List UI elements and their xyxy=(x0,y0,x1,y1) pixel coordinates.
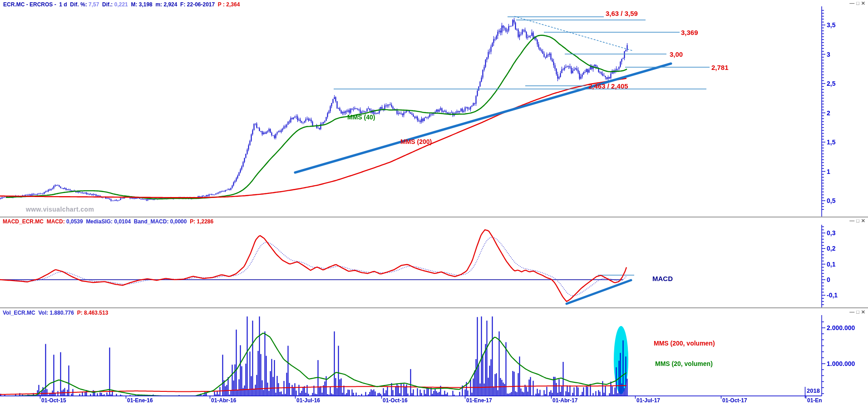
header-segment: 0,0539 xyxy=(66,218,86,225)
macd-axis-label[interactable]: 0,3 xyxy=(827,229,835,237)
macd-axis-label[interactable]: 0 xyxy=(827,276,830,283)
price-panel-window-controls: —□✕ xyxy=(849,1,865,5)
maximize-button[interactable]: □ xyxy=(856,1,859,5)
header-segment: P: 1,2286 xyxy=(190,218,213,225)
panel-divider[interactable] xyxy=(0,307,868,308)
macd-panel-header: MACD_ECR.MC MACD: 0,0539 MediaSIG: 0,010… xyxy=(3,218,213,225)
price-axis-label[interactable]: 1 xyxy=(827,168,830,175)
header-segment: Vol_ECR.MC Vol: 1.880.776 xyxy=(3,310,77,316)
volume-mms200-label: MMS (200, volumen) xyxy=(654,340,715,347)
price-level-label: 3,369 xyxy=(681,29,698,36)
price-axis-label[interactable]: 2 xyxy=(827,109,830,117)
price-axis-label[interactable]: 3 xyxy=(827,51,830,58)
price-level-label: 3,63 / 3,59 xyxy=(606,10,638,17)
visual-chart-window: ECR.MC - ERCROS - 1 d Dif. %: 7,57 Dif.:… xyxy=(0,0,868,405)
header-segment: ECR.MC - ERCROS - 1 d xyxy=(3,1,70,8)
maximize-button[interactable]: □ xyxy=(856,218,859,223)
date-axis-label[interactable]: 01-Jul-17 xyxy=(636,397,660,404)
minimize-button[interactable]: — xyxy=(849,1,854,5)
macd-axis-label[interactable]: 0,2 xyxy=(827,245,835,252)
date-axis-label[interactable]: 01-Ene-17 xyxy=(466,397,492,404)
date-axis-label[interactable]: 01-Oct-17 xyxy=(722,397,747,404)
mms40-label: MMS (40) xyxy=(347,114,375,121)
date-axis-label[interactable]: 01-Oct-16 xyxy=(383,397,408,404)
volume-panel-header: Vol_ECR.MC Vol: 1.880.776 P: 8.463.513 xyxy=(3,310,108,316)
header-segment: M: 3,198 m: 2,924 F: 22-06-2017 xyxy=(128,1,218,8)
date-axis-label[interactable]: 01-Oct-15 xyxy=(41,397,66,404)
volume-panel-window-controls: —□✕ xyxy=(849,310,865,314)
macd-axis-label[interactable]: 0,1 xyxy=(827,261,835,268)
volume-mms20-label: MMS (20, volumen) xyxy=(655,360,713,367)
macd-axis-label[interactable]: -0,1 xyxy=(827,291,838,299)
header-segment: 7,57 xyxy=(89,1,99,8)
price-axis-label[interactable]: 1,5 xyxy=(827,138,835,146)
chart-canvas[interactable] xyxy=(0,0,868,405)
header-segment: Dif. %: xyxy=(70,1,89,8)
visualchart-watermark: www.visualchart.com xyxy=(26,206,94,213)
date-axis-label[interactable]: 01-Jul-16 xyxy=(296,397,320,404)
year-2018-label: 2018 xyxy=(807,387,820,394)
header-segment: P: 8.463.513 xyxy=(77,310,108,316)
macd-label: MACD xyxy=(652,275,673,282)
price-level-label: 3,00 xyxy=(670,50,683,58)
close-button[interactable]: ✕ xyxy=(861,1,865,5)
price-axis-label[interactable]: 0,5 xyxy=(827,197,835,204)
price-axis-label[interactable]: 2,5 xyxy=(827,80,835,87)
date-axis-label[interactable]: 01-En xyxy=(807,397,822,404)
macd-panel-window-controls: —□✕ xyxy=(849,218,865,223)
minimize-button[interactable]: — xyxy=(849,218,854,223)
date-axis-label[interactable]: 01-Ene-16 xyxy=(127,397,153,404)
close-button[interactable]: ✕ xyxy=(861,310,865,314)
header-segment: MACD: xyxy=(47,218,66,225)
header-segment: MACD_ECR.MC xyxy=(3,218,47,225)
close-button[interactable]: ✕ xyxy=(861,218,865,223)
header-segment: Band_MACD: 0,0000 xyxy=(134,218,190,225)
header-segment: Dif.: xyxy=(99,1,114,8)
maximize-button[interactable]: □ xyxy=(856,310,859,314)
header-segment: MediaSIG: 0,0104 xyxy=(86,218,133,225)
date-axis-label[interactable]: 01-Abr-17 xyxy=(552,397,577,404)
price-axis-label[interactable]: 3,5 xyxy=(827,21,835,29)
date-axis-label[interactable]: 01-Abr-16 xyxy=(211,397,236,404)
panel-divider[interactable] xyxy=(0,217,868,217)
mms200-label: MMS (200) xyxy=(400,138,432,145)
price-level-label: 2,781 xyxy=(711,64,729,71)
price-panel-header: ECR.MC - ERCROS - 1 d Dif. %: 7,57 Dif.:… xyxy=(3,1,240,8)
header-segment: 0,221 xyxy=(114,1,128,8)
price-level-label: 2,463 / 2,405 xyxy=(588,82,628,90)
volume-axis-label[interactable]: 2.000.000 xyxy=(827,324,855,331)
minimize-button[interactable]: — xyxy=(849,310,854,314)
volume-axis-label[interactable]: 1.000.000 xyxy=(827,360,855,367)
header-segment: P : 2,364 xyxy=(218,1,240,8)
